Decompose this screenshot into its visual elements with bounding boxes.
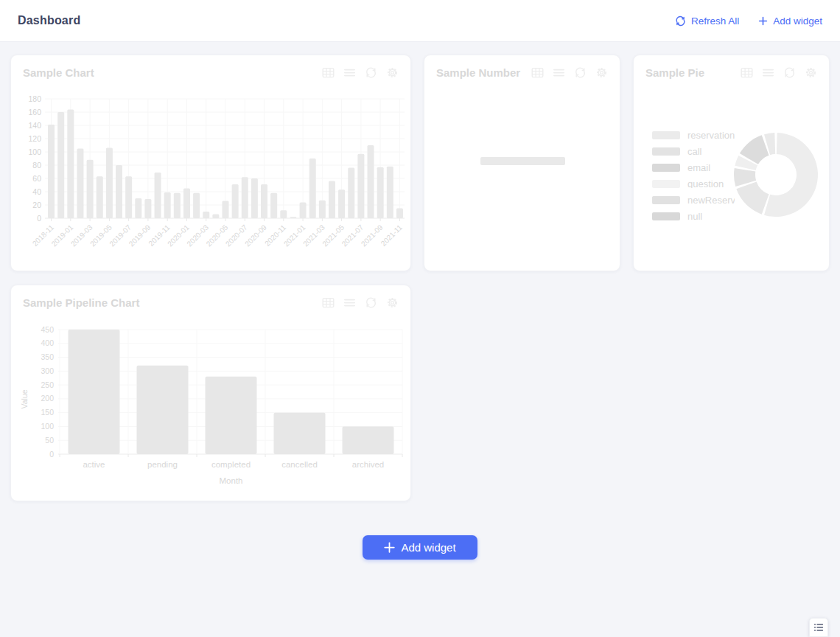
svg-text:Month: Month: [220, 476, 243, 485]
legend-label: call: [687, 147, 702, 156]
legend-item-null[interactable]: null: [652, 212, 735, 220]
svg-text:200: 200: [41, 394, 54, 403]
widget-list-fab[interactable]: [809, 618, 828, 637]
gear-icon[interactable]: [805, 66, 817, 79]
svg-text:120: 120: [28, 134, 41, 143]
number-skeleton-placeholder: [480, 157, 565, 165]
add-widget-button-label: Add widget: [401, 541, 455, 554]
legend-label: reservation: [687, 131, 735, 139]
svg-text:archived: archived: [352, 460, 384, 469]
legend-swatch: [652, 131, 680, 139]
widget-actions: [322, 296, 399, 309]
menu-icon[interactable]: [762, 66, 774, 79]
page-title: Dashboard: [18, 14, 80, 27]
widget-actions: [531, 66, 608, 79]
widget-actions: [322, 66, 399, 79]
svg-text:0: 0: [37, 214, 41, 223]
svg-text:Value: Value: [20, 389, 29, 408]
svg-text:350: 350: [41, 352, 54, 361]
svg-text:60: 60: [32, 174, 41, 183]
pie-legend: reservationcallemailquestionnewReservati…: [652, 131, 735, 220]
legend-label: question: [687, 180, 724, 188]
legend-item-newReservation[interactable]: newReservation: [652, 196, 735, 204]
grid-icon[interactable]: [322, 66, 335, 79]
list-icon: [813, 622, 824, 633]
gear-icon[interactable]: [595, 66, 608, 79]
widget-sample-pipeline-chart: Sample Pipeline Chart 050100150200250300…: [10, 285, 411, 501]
pie-donut-chart: [732, 131, 819, 218]
widget-actions: [741, 66, 817, 79]
legend-item-call[interactable]: call: [652, 147, 735, 156]
refresh-all-button[interactable]: Refresh All: [675, 15, 739, 27]
svg-text:active: active: [83, 460, 105, 469]
svg-text:40: 40: [32, 187, 41, 196]
svg-text:100: 100: [28, 147, 41, 156]
menu-icon[interactable]: [343, 296, 356, 309]
svg-text:0: 0: [49, 450, 54, 459]
grid-icon[interactable]: [322, 296, 335, 309]
add-widget-header-button[interactable]: Add widget: [758, 15, 822, 27]
refresh-icon[interactable]: [365, 66, 377, 79]
refresh-all-label: Refresh All: [691, 15, 739, 27]
widget-title: Sample Pipeline Chart: [23, 296, 139, 309]
sample-chart-plot: 0204060801001201401601802018-112019-0120…: [11, 82, 412, 269]
menu-icon[interactable]: [553, 66, 565, 79]
grid-icon[interactable]: [741, 66, 753, 79]
svg-text:2021-11: 2021-11: [379, 223, 405, 248]
legend-item-email[interactable]: email: [652, 164, 735, 172]
legend-swatch: [652, 147, 680, 156]
grid-icon[interactable]: [531, 66, 544, 79]
top-bar-actions: Refresh All Add widget: [675, 15, 822, 27]
svg-text:150: 150: [41, 408, 54, 417]
svg-text:450: 450: [41, 325, 54, 334]
svg-text:cancelled: cancelled: [281, 460, 318, 469]
pie-slice-call: [736, 181, 769, 214]
widget-title: Sample Pie: [645, 66, 704, 79]
add-widget-button[interactable]: Add widget: [363, 535, 477, 560]
widget-sample-pie: Sample Pie reservationcallemailquestionn…: [633, 55, 830, 271]
plus-icon: [758, 16, 768, 26]
svg-text:20: 20: [32, 201, 41, 209]
plus-icon: [384, 542, 395, 553]
refresh-icon: [675, 15, 686, 27]
svg-text:160: 160: [28, 108, 41, 116]
widget-title: Sample Number: [436, 66, 520, 79]
legend-label: newReservation: [687, 196, 735, 204]
menu-icon[interactable]: [343, 66, 356, 79]
svg-text:300: 300: [41, 366, 54, 375]
add-widget-header-label: Add widget: [773, 15, 822, 27]
gear-icon[interactable]: [386, 296, 399, 309]
widget-sample-number: Sample Number: [424, 55, 620, 271]
legend-label: email: [687, 164, 710, 172]
legend-item-question[interactable]: question: [652, 180, 735, 188]
svg-text:completed: completed: [211, 460, 251, 469]
refresh-icon[interactable]: [365, 296, 377, 309]
top-bar: Dashboard Refresh All Add widget: [0, 0, 840, 42]
legend-swatch: [652, 212, 680, 220]
svg-text:pending: pending: [147, 460, 178, 469]
gear-icon[interactable]: [386, 66, 399, 79]
legend-swatch: [652, 164, 680, 172]
svg-text:250: 250: [41, 380, 54, 389]
svg-text:100: 100: [41, 422, 54, 431]
svg-text:400: 400: [41, 338, 54, 347]
widget-sample-chart: Sample Chart 020406080100120140160180201…: [10, 55, 411, 271]
refresh-icon[interactable]: [783, 66, 796, 79]
pipeline-chart-plot: 050100150200250300350400450activepending…: [11, 312, 412, 499]
legend-item-reservation[interactable]: reservation: [652, 131, 735, 139]
svg-text:80: 80: [32, 161, 41, 170]
svg-text:50: 50: [45, 436, 54, 445]
svg-text:140: 140: [28, 121, 41, 130]
refresh-icon[interactable]: [574, 66, 587, 79]
legend-swatch: [652, 196, 680, 204]
svg-text:180: 180: [28, 94, 41, 103]
legend-swatch: [652, 180, 680, 188]
legend-label: null: [687, 212, 702, 220]
widget-title: Sample Chart: [23, 66, 94, 79]
